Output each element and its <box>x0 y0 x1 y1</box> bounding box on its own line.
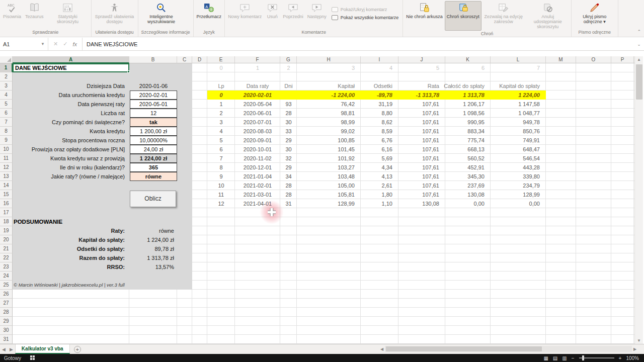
table-cell[interactable]: 8 <box>207 163 235 172</box>
horizontal-scroll-thumb[interactable] <box>386 346 542 351</box>
column-header-K[interactable]: K <box>445 56 491 63</box>
row-header-20[interactable]: 20 <box>0 235 13 244</box>
input-value[interactable]: 2020-02-01 <box>130 90 177 100</box>
scroll-up-icon[interactable]: ▲ <box>635 57 643 62</box>
input-value[interactable]: 1 200,00 zł <box>130 127 177 136</box>
table-cell[interactable]: 6 <box>207 145 235 154</box>
windows-start-icon[interactable] <box>30 355 35 360</box>
ribbon-button[interactable]: Tezaurus <box>23 1 46 29</box>
formula-content[interactable]: DANE WEJŚCIOWE <box>83 41 634 47</box>
table-cell[interactable]: 0 <box>207 90 235 100</box>
row-header-9[interactable]: 9 <box>0 136 13 145</box>
row-header-23[interactable]: 23 <box>0 262 13 272</box>
row-header-14[interactable]: 14 <box>0 181 13 190</box>
row-header-1[interactable]: 1 <box>0 63 13 72</box>
row-header-19[interactable]: 19 <box>0 226 13 235</box>
row-header-10[interactable]: 10 <box>0 145 13 154</box>
table-cell[interactable]: 1 224,00 <box>475 90 540 100</box>
row-header-18[interactable]: 18 <box>0 217 13 226</box>
table-cell[interactable]: 99,02 <box>282 127 355 136</box>
row-header-29[interactable]: 29 <box>0 317 13 326</box>
table-cell[interactable]: 2021-01-04 <box>235 172 280 181</box>
horizontal-scrollbar[interactable]: ◀ ▶ <box>379 345 638 352</box>
input-value[interactable]: 2020-01-06 <box>130 81 177 90</box>
table-cell[interactable]: 339,80 <box>475 172 540 181</box>
table-cell[interactable]: 1 <box>235 63 280 72</box>
row-header-8[interactable]: 8 <box>0 127 13 136</box>
zoom-out-icon[interactable]: − <box>572 355 575 361</box>
ribbon-button[interactable]: Nowy komentarz <box>226 1 264 29</box>
zoom-slider[interactable] <box>579 357 614 358</box>
table-cell[interactable]: 76,42 <box>282 100 355 109</box>
input-value[interactable]: 10,00000% <box>130 136 177 145</box>
name-box[interactable]: A1 ▼ <box>0 38 48 50</box>
table-cell[interactable]: 648,47 <box>475 145 540 154</box>
normal-view-icon[interactable]: ▦ <box>543 355 548 361</box>
row-header-22[interactable]: 22 <box>0 253 13 262</box>
column-header-H[interactable]: H <box>297 56 361 63</box>
ribbon-button[interactable]: APrzetłumacz <box>195 1 224 29</box>
row-header-12[interactable]: 12 <box>0 163 13 172</box>
table-cell[interactable]: 1 147,58 <box>475 100 540 109</box>
table-cell[interactable]: 3 <box>207 118 235 127</box>
row-header-24[interactable]: 24 <box>0 272 13 281</box>
table-cell[interactable]: 4 <box>207 127 235 136</box>
table-cell[interactable]: 2020-07-01 <box>235 118 280 127</box>
table-cell[interactable]: 101,92 <box>282 154 355 163</box>
page-layout-view-icon[interactable]: ▤ <box>553 355 557 361</box>
input-value[interactable]: 12 <box>130 109 177 118</box>
input-value[interactable]: 2020-05-01 <box>130 100 177 109</box>
row-header-25[interactable]: 25 <box>0 281 13 290</box>
row-header-6[interactable]: 6 <box>0 109 13 118</box>
ribbon-button[interactable]: Zezwalaj na edycję zakresów <box>481 1 526 31</box>
row-header-31[interactable]: 31 <box>0 335 13 344</box>
table-cell[interactable]: 1 048,77 <box>475 109 540 118</box>
row-header-7[interactable]: 7 <box>0 118 13 127</box>
ribbon-button[interactable]: Następny <box>305 1 329 29</box>
ribbon-button[interactable]: 123Statystyki skoroszytu <box>46 1 90 29</box>
ribbon-button[interactable]: ABCPisownia <box>1 1 23 29</box>
table-cell[interactable]: 100,85 <box>282 136 355 145</box>
table-cell[interactable]: 105,00 <box>282 181 355 190</box>
cell-A1-selected[interactable]: DANE WEJŚCIOWE <box>13 63 129 72</box>
table-cell[interactable]: 128,99 <box>475 190 540 199</box>
tab-nav-right-icon[interactable]: ▶ <box>8 347 15 352</box>
table-cell[interactable]: 98,99 <box>282 118 355 127</box>
table-cell[interactable]: 9 <box>207 172 235 181</box>
scroll-down-icon[interactable]: ▼ <box>635 338 643 343</box>
table-cell[interactable]: 103,48 <box>282 172 355 181</box>
row-header-28[interactable]: 28 <box>0 308 13 317</box>
column-header-D[interactable]: D <box>192 56 207 63</box>
column-header-A[interactable]: A <box>13 56 129 63</box>
sheet-tab-active[interactable]: Kalkulator v3 vba <box>15 344 70 354</box>
ribbon-button[interactable]: Chroń skoroszyt <box>445 1 481 31</box>
table-cell[interactable]: 2021-02-01 <box>235 181 280 190</box>
table-cell[interactable]: 2020-08-03 <box>235 127 280 136</box>
ribbon-toggle[interactable]: Pokaż/Ukryj komentarz <box>332 7 399 12</box>
zoom-in-icon[interactable]: + <box>619 355 622 361</box>
table-cell[interactable]: 2021-04-01 <box>235 199 280 208</box>
input-value[interactable]: 24,00 zł <box>130 145 177 154</box>
column-header-L[interactable]: L <box>491 56 546 63</box>
row-header-16[interactable]: 16 <box>0 199 13 208</box>
ribbon-toggle[interactable]: Pokaż wszystkie komentarze <box>332 15 399 20</box>
table-cell[interactable]: 749,91 <box>475 136 540 145</box>
insert-function-icon[interactable]: fx <box>72 41 77 47</box>
table-cell[interactable]: 2020-11-02 <box>235 154 280 163</box>
table-cell[interactable]: 103,27 <box>282 163 355 172</box>
row-header-15[interactable]: 15 <box>0 190 13 199</box>
table-cell[interactable]: 0,00 <box>475 199 540 208</box>
table-cell[interactable]: 2020-06-01 <box>235 109 280 118</box>
tab-nav-left-icon[interactable]: ◀ <box>0 347 8 352</box>
table-cell[interactable]: 2020-05-04 <box>235 100 280 109</box>
table-cell[interactable]: 3 <box>282 63 355 72</box>
row-header-13[interactable]: 13 <box>0 172 13 181</box>
new-sheet-icon[interactable]: + <box>74 346 81 353</box>
ribbon-button[interactable]: Inteligentne wyszukiwanie <box>139 1 184 29</box>
input-value[interactable]: tak <box>130 118 177 127</box>
name-box-dropdown-icon[interactable]: ▼ <box>41 42 45 46</box>
fill-handle[interactable] <box>127 70 130 73</box>
select-all-corner[interactable] <box>0 56 13 63</box>
table-cell[interactable]: 949,78 <box>475 118 540 127</box>
row-header-11[interactable]: 11 <box>0 154 13 163</box>
